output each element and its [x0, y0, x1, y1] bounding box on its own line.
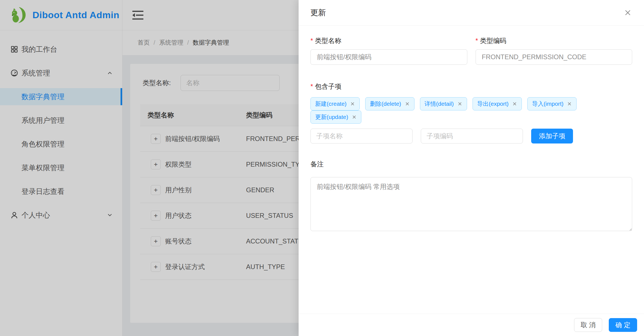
child-code-input[interactable] [421, 129, 523, 143]
child-tag-export: 导出(export) [473, 97, 522, 110]
type-name-input[interactable] [310, 49, 467, 65]
tag-close-icon[interactable] [350, 101, 355, 106]
drawer-footer: 取 消 确 定 [299, 314, 644, 336]
type-code-input[interactable] [476, 49, 632, 65]
drawer-title: 更新 [310, 7, 326, 18]
add-child-row: 添加子项 [310, 129, 632, 143]
drawer-header: 更新 [299, 0, 644, 26]
field-label-remark: 备注 [310, 160, 632, 168]
cancel-button[interactable]: 取 消 [574, 318, 602, 332]
update-drawer: 更新 * 类型名称 * 类型编码 [299, 0, 644, 336]
child-tag-update: 更新(update) [310, 110, 361, 124]
child-tag-create: 新建(create) [310, 97, 360, 110]
close-icon[interactable] [623, 7, 633, 18]
ok-button[interactable]: 确 定 [609, 318, 637, 332]
required-mark: * [310, 83, 313, 90]
required-mark: * [476, 37, 478, 45]
field-label-type-code: * 类型编码 [476, 37, 632, 45]
children-tags: 新建(create) 删除(delete) [310, 97, 632, 124]
tag-close-icon[interactable] [352, 115, 357, 120]
tag-close-icon[interactable] [567, 101, 572, 106]
child-tag-delete: 删除(delete) [365, 97, 414, 110]
child-tag-detail: 详情(detail) [420, 97, 467, 110]
field-label-children: * 包含子项 [310, 82, 632, 91]
tag-close-icon[interactable] [457, 101, 462, 106]
remark-textarea[interactable]: 前端按钮/权限编码 常用选项 [310, 177, 632, 231]
tag-close-icon[interactable] [405, 101, 410, 106]
add-child-button[interactable]: 添加子项 [531, 129, 573, 143]
field-label-type-name: * 类型名称 [310, 37, 467, 45]
drawer-body: * 类型名称 * 类型编码 * 包含子项 [299, 26, 644, 314]
child-tag-import: 导入(import) [527, 97, 577, 110]
tag-close-icon[interactable] [512, 101, 517, 106]
child-name-input[interactable] [310, 129, 413, 143]
app-screen: Diboot Antd Admin 我的工作台 [0, 0, 644, 336]
required-mark: * [310, 37, 313, 45]
